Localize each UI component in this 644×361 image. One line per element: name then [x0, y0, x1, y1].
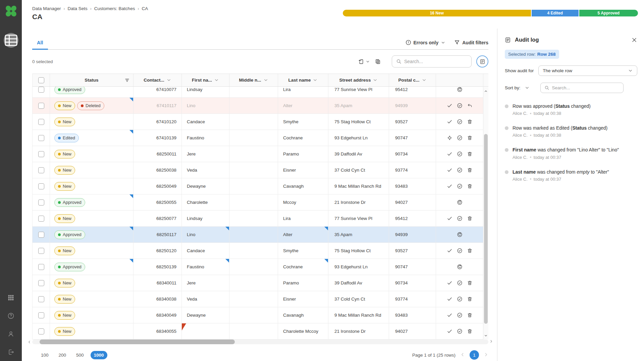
last-name-cell[interactable]: Paramo: [278, 146, 328, 162]
postal-code-cell[interactable]: 93774: [389, 291, 436, 307]
middle-name-cell[interactable]: [229, 130, 278, 146]
first-name-cell[interactable]: Jere: [182, 146, 229, 162]
delete-icon[interactable]: [467, 151, 473, 157]
delete-icon[interactable]: [467, 216, 473, 221]
verify-icon[interactable]: [457, 328, 463, 334]
street-address-cell[interactable]: 35 Apam: [328, 227, 389, 242]
table-row[interactable]: New68340011JereParamo39 Daffodil Av90734: [33, 275, 488, 291]
table-search-input[interactable]: [404, 59, 467, 64]
history-icon[interactable]: [457, 87, 463, 92]
verify-icon[interactable]: [457, 248, 463, 254]
table-row[interactable]: New68340049DewayneCavanagh9 Mac Millan R…: [33, 307, 488, 323]
row-checkbox[interactable]: [38, 199, 44, 206]
row-checkbox[interactable]: [38, 216, 44, 222]
first-name-cell[interactable]: Lindsay: [182, 211, 229, 226]
approve-icon[interactable]: [447, 216, 452, 221]
approve-icon[interactable]: [447, 183, 452, 189]
street-address-cell[interactable]: 93 Edgehurst Ln: [328, 130, 389, 146]
table-row[interactable]: NewDeleted67410117LinoAlter35 Apam94939: [33, 98, 488, 114]
tab-all[interactable]: All: [32, 40, 48, 50]
approve-icon[interactable]: [447, 167, 452, 173]
row-checkbox[interactable]: [38, 135, 44, 141]
contact-cell[interactable]: 68250139: [133, 259, 182, 275]
table-row[interactable]: Edited67410139FaustinoCochrane93 Edgehur…: [33, 130, 488, 146]
table-row[interactable]: Approved67410077LindsayLira77 Sunrise Vi…: [33, 87, 488, 98]
postal-code-cell[interactable]: 93527: [389, 243, 436, 259]
middle-name-cell[interactable]: [229, 291, 278, 307]
last-name-cell[interactable]: Cochrane: [278, 130, 328, 146]
street-address-cell[interactable]: 75 Stag Hollow Ct: [328, 114, 389, 130]
table-row[interactable]: New68250120CandaceSmythe75 Stag Hollow C…: [33, 243, 488, 259]
street-address-cell[interactable]: 77 Sunrise View Pl: [328, 211, 389, 226]
last-name-cell[interactable]: Smythe: [278, 114, 328, 130]
columns-button[interactable]: [375, 58, 381, 65]
postal-code-cell[interactable]: 95412: [389, 87, 436, 97]
delete-icon[interactable]: [467, 248, 473, 254]
first-name-cell[interactable]: Lindsay: [182, 87, 229, 97]
last-name-cell[interactable]: Alter: [278, 227, 328, 242]
street-address-cell[interactable]: 21 Ironstone Dr: [328, 194, 389, 210]
apps-grid-icon[interactable]: [7, 294, 14, 301]
contact-cell[interactable]: 68250117: [133, 227, 182, 242]
row-checkbox[interactable]: [38, 119, 44, 125]
street-address-cell[interactable]: 37 Cold Cyn Ct: [328, 162, 389, 178]
select-all-checkbox[interactable]: [38, 77, 44, 83]
last-name-cell[interactable]: Smythe: [278, 243, 328, 259]
verify-icon[interactable]: [457, 135, 463, 141]
postal-code-cell[interactable]: 93527: [389, 114, 436, 130]
export-button[interactable]: [358, 58, 370, 65]
row-checkbox[interactable]: [38, 103, 44, 109]
middle-name-cell[interactable]: [229, 87, 278, 97]
table-row[interactable]: New68250077LindsayLira77 Sunrise View Pl…: [33, 211, 488, 227]
postal-code-cell[interactable]: 94027: [389, 194, 436, 210]
errors-only-filter[interactable]: Errors only: [406, 40, 446, 45]
first-name-cell[interactable]: [182, 323, 229, 339]
contact-cell[interactable]: 68250120: [133, 243, 182, 259]
audit-filters-button[interactable]: Audit filters: [454, 40, 488, 45]
first-name-cell[interactable]: Dewayne: [182, 307, 229, 323]
scroll-down-arrow[interactable]: [483, 333, 488, 338]
first-name-cell[interactable]: Charolette: [182, 194, 229, 210]
app-logo[interactable]: [0, 0, 22, 22]
sidebar-item-data-manager[interactable]: [4, 33, 18, 48]
row-checkbox[interactable]: [38, 183, 44, 189]
last-name-cell[interactable]: Charolette Mccoy: [278, 323, 328, 339]
last-name-cell[interactable]: Cavanagh: [278, 178, 328, 194]
postal-code-cell[interactable]: 94939: [389, 98, 436, 114]
page-size-1000[interactable]: 1000: [91, 351, 107, 359]
contact-cell[interactable]: 68340011: [133, 275, 182, 291]
last-name-cell[interactable]: Mccoy: [278, 194, 328, 210]
verify-icon[interactable]: [457, 280, 463, 286]
approve-icon[interactable]: [447, 280, 452, 286]
vertical-scrollbar[interactable]: [483, 87, 488, 340]
contact-cell[interactable]: 68340038: [133, 291, 182, 307]
row-checkbox[interactable]: [38, 264, 44, 270]
chevron-down-icon[interactable]: [166, 78, 171, 83]
row-checkbox[interactable]: [38, 167, 44, 173]
contact-cell[interactable]: 67410120: [133, 114, 182, 130]
street-address-cell[interactable]: 9 Mac Millan Ranch Rd: [328, 178, 389, 194]
column-header-last[interactable]: Last name: [278, 74, 328, 86]
approve-icon[interactable]: [447, 248, 452, 254]
table-row[interactable]: Approved68250139FaustinoCochrane93 Edgeh…: [33, 259, 488, 275]
delete-icon[interactable]: [467, 167, 473, 173]
verify-icon[interactable]: [457, 119, 463, 125]
middle-name-cell[interactable]: [229, 307, 278, 323]
first-name-cell[interactable]: Jere: [182, 275, 229, 291]
middle-name-cell[interactable]: [229, 275, 278, 291]
first-name-cell[interactable]: Dewayne: [182, 178, 229, 194]
next-page-button[interactable]: [484, 352, 488, 358]
delete-icon[interactable]: [467, 280, 473, 286]
chevron-down-icon[interactable]: [373, 78, 378, 83]
breadcrumb-item[interactable]: Data Sets: [68, 6, 88, 11]
middle-name-cell[interactable]: [229, 227, 278, 242]
middle-name-cell[interactable]: [229, 162, 278, 178]
row-checkbox[interactable]: [38, 312, 44, 318]
contact-cell[interactable]: 68250011: [133, 146, 182, 162]
verify-icon[interactable]: [457, 296, 463, 302]
horizontal-scroll-thumb[interactable]: [40, 340, 235, 344]
table-row[interactable]: New68250038VedaEisner37 Cold Cyn Ct93774: [33, 162, 488, 178]
page-size-100[interactable]: 100: [38, 351, 52, 359]
verify-icon[interactable]: [457, 151, 463, 157]
delete-icon[interactable]: [467, 119, 473, 125]
